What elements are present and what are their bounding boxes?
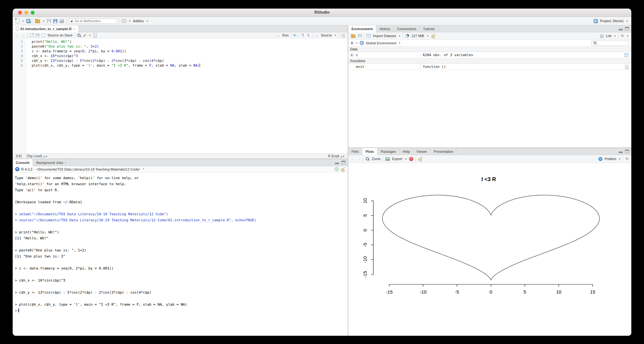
environment-tab-connections[interactable]: Connections: [394, 25, 420, 32]
environment-selector[interactable]: Global Environment: [366, 41, 396, 45]
files-tab-files[interactable]: Files: [348, 148, 362, 155]
back-icon[interactable]: ←: [15, 33, 19, 37]
files-tab-plots[interactable]: Plots: [362, 148, 377, 155]
code-line[interactable]: paste0("One plus two is: ", 1+2): [32, 44, 200, 49]
code-line[interactable]: c <- data.frame(p = seq(0, 2*pi, by = 0.…: [32, 49, 200, 54]
zoom-window-icon[interactable]: [31, 11, 35, 15]
publish-button[interactable]: Publish: [605, 157, 616, 161]
chevron-down-icon[interactable]: ▼: [146, 20, 148, 22]
chevron-down-icon[interactable]: ▼: [626, 20, 628, 22]
save-icon[interactable]: [47, 19, 51, 23]
source-on-save-checkbox[interactable]: [42, 34, 45, 37]
source-button[interactable]: Source: [321, 33, 332, 37]
run-button[interactable]: Run: [282, 33, 289, 37]
export-plot-button[interactable]: Export: [392, 157, 402, 161]
scope-selector[interactable]: (Top Level) ▲▼: [26, 154, 47, 158]
files-tab-help[interactable]: Help: [399, 148, 413, 155]
chevron-down-icon[interactable]: ▼: [405, 158, 407, 160]
minimize-pane-icon[interactable]: [619, 27, 623, 30]
chevron-down-icon[interactable]: ▼: [627, 35, 629, 37]
project-menu[interactable]: Project: (None): [600, 19, 623, 23]
environment-tab-tutorial[interactable]: Tutorial: [420, 25, 438, 32]
chevron-down-icon[interactable]: ▼: [89, 34, 91, 36]
chevron-down-icon[interactable]: ▼: [427, 35, 429, 37]
goto-file-input[interactable]: [74, 19, 112, 23]
open-directory-icon[interactable]: ↗: [142, 167, 145, 171]
language-selector[interactable]: R: [351, 41, 353, 45]
list-view-button[interactable]: List: [606, 34, 611, 38]
chevron-down-icon[interactable]: ▼: [619, 158, 621, 160]
close-icon[interactable]: ×: [73, 27, 75, 31]
zoom-plot-button[interactable]: Zoom: [372, 157, 381, 161]
environment-search-input[interactable]: [598, 41, 627, 45]
environment-tab-history[interactable]: History: [376, 25, 394, 32]
clear-plots-icon[interactable]: [418, 157, 422, 161]
new-project-icon[interactable]: R: [26, 19, 30, 23]
document-outline-icon[interactable]: [341, 34, 345, 37]
minimize-pane-icon[interactable]: [619, 150, 623, 153]
refresh-icon[interactable]: ↻: [621, 34, 624, 38]
session-suspend-icon[interactable]: ∞: [335, 167, 339, 171]
code-line[interactable]: c$h_y <- 13*cos(c$p) - 5*cos(2*c$p) - 2*…: [32, 58, 200, 63]
previous-plot-icon[interactable]: ←: [351, 157, 355, 161]
go-previous-section-icon[interactable]: ⇧: [301, 33, 305, 37]
console-output[interactable]: Type 'demo()' for some demos, 'help()' f…: [13, 172, 348, 336]
file-type-selector[interactable]: R Script ▲▼: [328, 154, 345, 158]
code-editor[interactable]: 123456 print("Hello, WU!")paste0("One pl…: [13, 38, 348, 153]
code-line[interactable]: print("Hello, WU!"): [32, 39, 200, 44]
open-file-icon[interactable]: [35, 20, 40, 23]
source-tab[interactable]: 01-introduction_to_r_sample.R ×: [13, 25, 79, 32]
chevron-down-icon[interactable]: ▼: [356, 42, 358, 44]
save-all-icon[interactable]: [53, 19, 57, 23]
chevron-down-icon[interactable]: ▼: [42, 20, 45, 22]
print-icon[interactable]: [60, 20, 64, 23]
pane-layout-icon[interactable]: [122, 19, 126, 23]
new-file-icon[interactable]: [16, 19, 19, 23]
data-table-icon[interactable]: [624, 53, 628, 57]
clear-environment-icon[interactable]: [431, 34, 435, 38]
compile-report-icon[interactable]: [93, 33, 97, 37]
code-tools-icon[interactable]: [83, 34, 87, 37]
show-in-new-window-icon[interactable]: [30, 34, 33, 37]
load-workspace-icon[interactable]: [351, 35, 356, 38]
code-line[interactable]: c$h_x <- 16*sin(c$p)^3: [32, 54, 200, 58]
environment-tab-environment[interactable]: Environment: [348, 25, 376, 32]
maximize-pane-icon[interactable]: [625, 150, 629, 153]
addins-menu[interactable]: Addins: [133, 19, 144, 23]
close-window-icon[interactable]: [18, 11, 22, 15]
maximize-pane-icon[interactable]: [341, 161, 345, 164]
chevron-down-icon[interactable]: ▼: [129, 20, 131, 22]
view-source-icon[interactable]: [625, 65, 628, 69]
chevron-down-icon[interactable]: ▼: [614, 35, 616, 37]
r-logo-icon[interactable]: R: [15, 167, 19, 171]
find-replace-icon[interactable]: [77, 33, 81, 37]
chevron-down-icon[interactable]: ▼: [334, 34, 337, 36]
go-next-section-icon[interactable]: ⇩: [307, 33, 310, 37]
close-icon[interactable]: ×: [65, 161, 67, 165]
maximize-pane-icon[interactable]: [625, 27, 629, 30]
forward-icon[interactable]: →: [21, 33, 25, 37]
expand-icon[interactable]: ▶: [350, 53, 354, 57]
console-tab-console[interactable]: Console: [13, 159, 33, 166]
import-dataset-button[interactable]: Import Dataset: [373, 34, 396, 38]
next-plot-icon[interactable]: →: [357, 157, 361, 161]
clear-console-icon[interactable]: [341, 167, 345, 172]
files-tab-viewer[interactable]: Viewer: [413, 148, 430, 155]
save-icon[interactable]: [36, 33, 40, 37]
save-workspace-icon[interactable]: [358, 34, 362, 38]
chevron-down-icon[interactable]: ▼: [22, 20, 24, 22]
remove-plot-icon[interactable]: ×: [409, 157, 413, 161]
memory-usage-button[interactable]: 127 MiB: [411, 34, 424, 38]
env-object-row[interactable]: exitfunction (): [348, 64, 631, 70]
code-line[interactable]: plot(c$h_x, c$h_y, type = 'l', main = "I…: [32, 63, 200, 68]
refresh-plot-icon[interactable]: ↻: [626, 157, 629, 161]
minimize-window-icon[interactable]: [24, 11, 28, 15]
rerun-icon[interactable]: ↻→: [293, 34, 299, 37]
chevron-down-icon[interactable]: ▼: [398, 35, 401, 37]
chevron-down-icon[interactable]: ▼: [399, 42, 401, 44]
minimize-pane-icon[interactable]: [335, 161, 339, 164]
files-tab-packages[interactable]: Packages: [377, 148, 399, 155]
files-tab-presentation[interactable]: Presentation: [431, 148, 457, 155]
console-tab-background-jobs[interactable]: Background Jobs×: [33, 159, 70, 166]
env-object-row[interactable]: ▶c6284 obs. of 3 variables: [348, 52, 631, 58]
